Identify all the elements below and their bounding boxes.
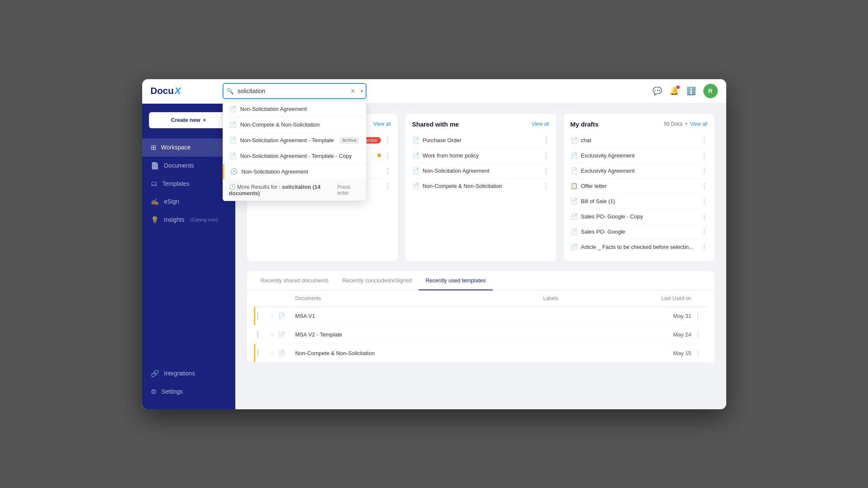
create-new-button[interactable]: Create new +: [149, 112, 229, 128]
drafts-row-6[interactable]: 📄 Sales PO- Google ⋮: [570, 224, 708, 240]
bottom-section: Recently shared documents Recently concl…: [247, 271, 714, 363]
row-more-icon[interactable]: ⋮: [384, 136, 391, 144]
table-header: Documents Labels Last Used on: [254, 290, 708, 307]
row-more-icon[interactable]: ⋮: [543, 182, 549, 190]
drafts-row-4[interactable]: 📄 Bill of Sale (1) ⋮: [570, 194, 708, 209]
topbar: DocuX 🔍 ✕ ▾ 📄 Non-Solicitation Agreement…: [142, 79, 726, 104]
row-more-icon[interactable]: ⋮: [692, 312, 704, 320]
plus-icon: +: [203, 117, 206, 123]
search-icon: 🔍: [226, 88, 234, 94]
dropdown-item-doc-icon-1: 📄: [229, 121, 236, 128]
dropdown-item-2[interactable]: 📄 Non-Solicitation Agreement - Template …: [223, 132, 366, 148]
sidebar-item-insights[interactable]: 💡 Insights (Coming soon): [142, 211, 235, 229]
row-checkbox[interactable]: [257, 312, 258, 320]
file-type-icon: 📄: [278, 331, 285, 338]
drafts-row-0[interactable]: 📄 chat ⋮: [570, 133, 708, 148]
sidebar-item-integrations[interactable]: 🔗 Integrations: [142, 364, 235, 383]
shared-with-me-card: Shared with me View all 📄 Purchase Order…: [405, 114, 556, 261]
sidebar-item-esign[interactable]: ✍ eSign: [142, 193, 235, 211]
shared-me-row-0[interactable]: 📄 Purchase Order ⋮: [412, 133, 549, 148]
drafts-row-2[interactable]: 📄 Exclusivity Agreement ⋮: [570, 163, 708, 179]
row-more-icon[interactable]: ⋮: [384, 167, 391, 175]
row-more-icon[interactable]: ⋮: [701, 243, 708, 251]
star-icon[interactable]: ☆: [270, 350, 275, 356]
row-more-icon[interactable]: ⋮: [543, 152, 549, 160]
row-checkbox[interactable]: [257, 330, 258, 338]
file-type-icon: 📄: [278, 313, 285, 319]
card-header-drafts: My drafts 50 Docs • View all: [570, 121, 708, 128]
card-header-shared-me: Shared with me View all: [412, 121, 549, 128]
insights-icon: 💡: [151, 216, 159, 224]
workspace-icon: ⊞: [151, 143, 156, 152]
templates-icon: 🗂: [151, 180, 157, 187]
dropdown-item-doc-icon-0: 📄: [229, 105, 236, 112]
row-checkbox[interactable]: [257, 349, 258, 357]
table-row-2[interactable]: ☆ 📄 Non-Compete & Non-Solicitation May 1…: [254, 344, 708, 363]
chat-icon[interactable]: 💬: [653, 86, 662, 96]
row-accent: [254, 344, 255, 362]
integrations-icon: 🔗: [151, 369, 159, 378]
table-row-1[interactable]: ☆ 📄 MSA V2 - Template May 24 ⋮: [254, 325, 708, 344]
user-avatar[interactable]: R: [703, 84, 718, 98]
row-more-icon[interactable]: ⋮: [543, 136, 549, 144]
shared-me-row-1[interactable]: 📄 Work from home policy ⋮: [412, 148, 549, 163]
settings-icon: ⚙: [151, 388, 157, 396]
tab-templates[interactable]: Recently used templates: [419, 271, 492, 290]
my-drafts-card: My drafts 50 Docs • View all 📄 chat ⋮: [564, 114, 714, 261]
row-more-icon[interactable]: ⋮: [701, 182, 708, 190]
doc-icon: 📄: [412, 152, 419, 159]
drafts-row-5[interactable]: 📄 Sales PO- Google - Copy ⋮: [570, 209, 708, 224]
row-more-icon[interactable]: ⋮: [701, 152, 708, 160]
sidebar-item-settings[interactable]: ⚙ Settings: [142, 383, 235, 401]
row-more-icon[interactable]: ⋮: [701, 136, 708, 144]
dropdown-item-clock-icon-4: 🕐: [230, 168, 237, 175]
row-more-icon[interactable]: ⋮: [701, 197, 708, 205]
search-dropdown-arrow-icon[interactable]: ▾: [361, 88, 363, 94]
more-results-icon: 🕐: [229, 184, 236, 190]
row-more-icon[interactable]: ⋮: [543, 167, 549, 175]
sidebar-item-templates[interactable]: 🗂 Templates: [142, 175, 235, 193]
star-icon[interactable]: ☆: [270, 331, 275, 338]
shared-view-all-link[interactable]: View all: [373, 121, 391, 127]
row-more-icon[interactable]: ⋮: [384, 152, 391, 160]
row-more-icon[interactable]: ⋮: [692, 349, 704, 357]
row-more-icon[interactable]: ⋮: [692, 331, 704, 339]
row-more-icon[interactable]: ⋮: [701, 212, 708, 221]
table-row-0[interactable]: ☆ 📄 MSA V1 May 31 ⋮: [254, 307, 708, 325]
offer-icon: 📋: [570, 182, 578, 189]
doc-icon: 📄: [570, 243, 578, 250]
doc-icon: 📄: [412, 167, 419, 174]
tab-shared-docs[interactable]: Recently shared documents: [254, 271, 336, 290]
dropdown-item-1[interactable]: 📄 Non-Compete & Non-Solicitation: [223, 117, 366, 132]
sidebar-item-workspace[interactable]: ⊞ Workspace: [142, 138, 235, 157]
tabs-bar: Recently shared documents Recently concl…: [247, 271, 714, 290]
tab-concluded[interactable]: Recently concluded/eSigned: [336, 271, 419, 290]
dropdown-item-doc-icon-3: 📄: [229, 152, 236, 159]
notification-icon[interactable]: 🔔: [670, 86, 679, 96]
drafts-row-7[interactable]: 📄 Article _ Facts to be checked before s…: [570, 240, 708, 254]
search-clear-icon[interactable]: ✕: [350, 88, 355, 94]
shared-me-row-2[interactable]: 📄 Non-Solicitation Agreement ⋮: [412, 163, 549, 179]
documents-icon: 📄: [151, 162, 159, 170]
doc-icon: 📄: [412, 137, 419, 143]
drafts-row-3[interactable]: 📋 Offer letter ⋮: [570, 179, 708, 194]
file-type-icon: 📄: [278, 350, 285, 356]
row-more-icon[interactable]: ⋮: [701, 228, 708, 236]
row-more-icon[interactable]: ⋮: [384, 182, 391, 190]
app-logo: DocuX: [151, 85, 210, 96]
search-input[interactable]: [223, 83, 366, 99]
drafts-view-all-link[interactable]: View all: [690, 121, 707, 127]
dropdown-item-4[interactable]: 🕐 Non-Solicitation Agreement: [223, 164, 366, 179]
doc-icon: 📄: [570, 213, 578, 220]
dropdown-item-3[interactable]: 📄 Non-Solicitation Agreement - Template …: [223, 148, 366, 164]
shared-me-row-3[interactable]: 📄 Non-Compete & Non-Solicitation ⋮: [412, 179, 549, 193]
row-more-icon[interactable]: ⋮: [701, 167, 708, 175]
doc-icon: 📄: [570, 228, 578, 235]
dropdown-item-0[interactable]: 📄 Non-Solicitation Agreement: [223, 101, 366, 117]
drafts-row-1[interactable]: 📄 Exclusivity Agreement ⋮: [570, 148, 708, 163]
sidebar-item-documents[interactable]: 📄 Documents: [142, 157, 235, 175]
more-results-item[interactable]: 🕐 More Results for : solicitation (14 do…: [223, 179, 366, 201]
star-icon[interactable]: ☆: [270, 313, 275, 319]
info-icon[interactable]: ℹ️: [686, 86, 696, 96]
shared-me-view-all-link[interactable]: View all: [532, 121, 549, 127]
